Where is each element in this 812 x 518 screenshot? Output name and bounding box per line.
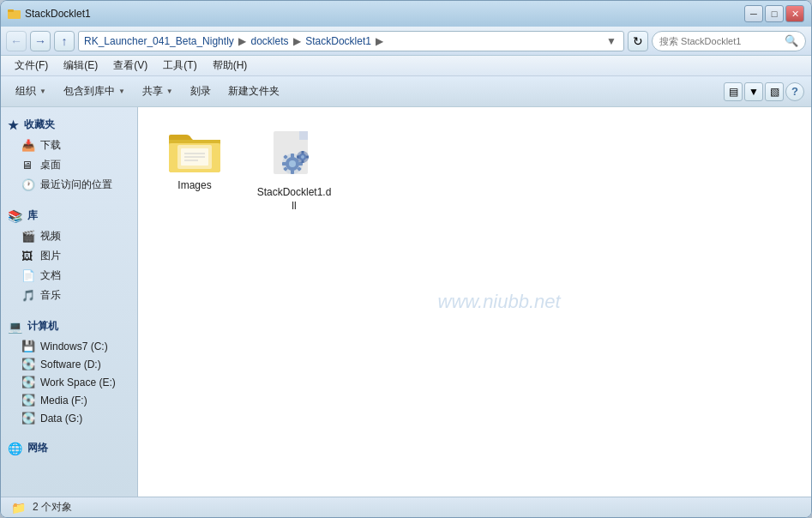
menu-view[interactable]: 查看(V) xyxy=(106,57,154,75)
sidebar-item-recent[interactable]: 🕐 最近访问的位置 xyxy=(1,175,137,195)
file-item-images[interactable]: Images xyxy=(152,121,238,220)
menu-edit[interactable]: 编辑(E) xyxy=(57,57,105,75)
path-segment-2: docklets xyxy=(250,35,288,47)
address-dropdown-arrow[interactable]: ▼ xyxy=(604,35,618,47)
sidebar-item-pictures[interactable]: 🖼 图片 xyxy=(1,246,137,266)
search-icon[interactable]: 🔍 xyxy=(785,34,798,47)
share-button[interactable]: 共享 ▼ xyxy=(135,80,181,103)
view-toggle-button[interactable]: ▤ xyxy=(724,82,743,101)
sidebar-section-library: 📚 库 🎬 视频 🖼 图片 📄 文档 🎵 音乐 xyxy=(1,198,137,309)
library-icon: 📚 xyxy=(8,209,22,223)
d-drive-label: Software (D:) xyxy=(40,358,101,370)
up-button[interactable]: ↑ xyxy=(54,31,75,51)
music-icon: 🎵 xyxy=(21,289,35,302)
sidebar-item-desktop[interactable]: 🖥 桌面 xyxy=(1,155,137,175)
network-icon: 🌐 xyxy=(8,442,22,455)
svg-rect-26 xyxy=(302,160,304,163)
view-buttons: ▤ ▼ ▧ xyxy=(724,82,784,101)
pictures-icon: 🖼 xyxy=(21,250,35,262)
forward-button[interactable]: → xyxy=(30,31,51,51)
main-area: ★ 收藏夹 📥 下载 🖥 桌面 🕐 最近访问的位置 xyxy=(1,107,811,497)
window-title: StackDocklet1 xyxy=(25,8,91,20)
file-item-dll[interactable]: StackDocklet1.dll xyxy=(251,121,337,220)
d-drive-icon: 💽 xyxy=(21,358,35,370)
view-dropdown-button[interactable]: ▼ xyxy=(744,82,763,101)
sidebar-item-f-drive[interactable]: 💽 Media (F:) xyxy=(1,391,137,409)
sidebar-item-d-drive[interactable]: 💽 Software (D:) xyxy=(1,355,137,373)
svg-rect-15 xyxy=(291,170,294,174)
documents-icon: 📄 xyxy=(21,269,35,282)
back-button[interactable]: ← xyxy=(6,31,27,51)
menu-file[interactable]: 文件(F) xyxy=(8,57,55,75)
sidebar-item-documents[interactable]: 📄 文档 xyxy=(1,266,137,286)
close-button[interactable]: ✕ xyxy=(785,5,804,22)
include-library-arrow: ▼ xyxy=(118,87,125,95)
menu-help[interactable]: 帮助(H) xyxy=(206,57,255,75)
g-drive-label: Data (G:) xyxy=(40,413,82,425)
sidebar-section-favorites: ★ 收藏夹 📥 下载 🖥 桌面 🕐 最近访问的位置 xyxy=(1,107,137,198)
svg-rect-16 xyxy=(282,162,286,166)
include-library-button[interactable]: 包含到库中 ▼ xyxy=(56,80,133,103)
f-drive-icon: 💽 xyxy=(21,394,35,407)
dll-label: StackDocklet1.dll xyxy=(257,186,332,213)
sidebar-network-header[interactable]: 🌐 网络 xyxy=(1,437,137,459)
folder-svg-images xyxy=(167,128,222,176)
nav-bar: ← → ↑ RK_Launcher_041_Beta_Nightly ▶ doc… xyxy=(1,27,811,56)
organize-button[interactable]: 组织 ▼ xyxy=(8,80,54,103)
new-folder-button[interactable]: 新建文件夹 xyxy=(220,80,287,103)
c-drive-label: Windows7 (C:) xyxy=(40,340,108,352)
svg-rect-10 xyxy=(299,131,308,140)
svg-rect-1 xyxy=(8,9,14,12)
title-bar-controls: ─ □ ✕ xyxy=(744,5,804,22)
search-input[interactable] xyxy=(659,36,781,46)
include-library-label: 包含到库中 xyxy=(63,84,115,99)
file-grid: Images xyxy=(152,121,797,220)
pictures-label: 图片 xyxy=(40,249,61,263)
content-area[interactable]: www.niubb.net xyxy=(138,107,811,497)
sidebar-item-c-drive[interactable]: 💾 Windows7 (C:) xyxy=(1,337,137,355)
svg-rect-25 xyxy=(302,151,304,154)
music-label: 音乐 xyxy=(40,288,61,303)
sidebar-favorites-header[interactable]: ★ 收藏夹 xyxy=(1,114,137,136)
library-label: 库 xyxy=(27,208,38,223)
c-drive-icon: 💾 xyxy=(21,340,35,352)
video-icon: 🎬 xyxy=(21,230,35,243)
svg-rect-27 xyxy=(297,156,299,159)
watermark: www.niubb.net xyxy=(438,291,561,313)
e-drive-label: Work Space (E:) xyxy=(40,376,116,388)
status-folder-icon: 📁 xyxy=(11,501,26,515)
dll-icon-wrap xyxy=(267,128,322,183)
window: StackDocklet1 ─ □ ✕ ← → ↑ RK_Launcher_04… xyxy=(0,0,812,518)
sidebar-section-computer: 💻 计算机 💾 Windows7 (C:) 💽 Software (D:) 💽 … xyxy=(1,309,137,431)
burn-button[interactable]: 刻录 xyxy=(183,80,219,103)
favorites-icon: ★ xyxy=(8,118,19,132)
address-bar[interactable]: RK_Launcher_041_Beta_Nightly ▶ docklets … xyxy=(78,31,624,51)
minimize-button[interactable]: ─ xyxy=(744,5,763,22)
g-drive-icon: 💽 xyxy=(21,412,35,425)
maximize-button[interactable]: □ xyxy=(765,5,784,22)
preview-pane-button[interactable]: ▧ xyxy=(765,82,784,101)
help-button[interactable]: ? xyxy=(785,82,804,101)
computer-icon: 💻 xyxy=(8,320,22,334)
sidebar-library-header[interactable]: 📚 库 xyxy=(1,205,137,226)
refresh-button[interactable]: ↻ xyxy=(628,31,648,51)
sidebar-item-music[interactable]: 🎵 音乐 xyxy=(1,286,137,305)
sidebar-item-e-drive[interactable]: 💽 Work Space (E:) xyxy=(1,373,137,391)
svg-rect-28 xyxy=(306,156,309,159)
favorites-label: 收藏夹 xyxy=(24,117,55,132)
menu-tools[interactable]: 工具(T) xyxy=(156,57,203,75)
sidebar-item-video[interactable]: 🎬 视频 xyxy=(1,226,137,246)
computer-label: 计算机 xyxy=(27,319,58,334)
folder-icon-images xyxy=(167,128,222,176)
sidebar-item-downloads[interactable]: 📥 下载 xyxy=(1,136,137,155)
title-bar: StackDocklet1 ─ □ ✕ xyxy=(1,1,811,27)
sidebar-computer-header[interactable]: 💻 计算机 xyxy=(1,316,137,337)
organize-label: 组织 xyxy=(15,84,36,99)
sidebar-item-g-drive[interactable]: 💽 Data (G:) xyxy=(1,409,137,427)
recent-icon: 🕐 xyxy=(21,178,35,191)
svg-point-24 xyxy=(301,155,304,159)
sidebar-section-network: 🌐 网络 xyxy=(1,431,137,462)
dll-svg xyxy=(267,128,322,183)
search-bar[interactable]: 🔍 xyxy=(652,31,806,51)
window-icon xyxy=(8,7,21,21)
